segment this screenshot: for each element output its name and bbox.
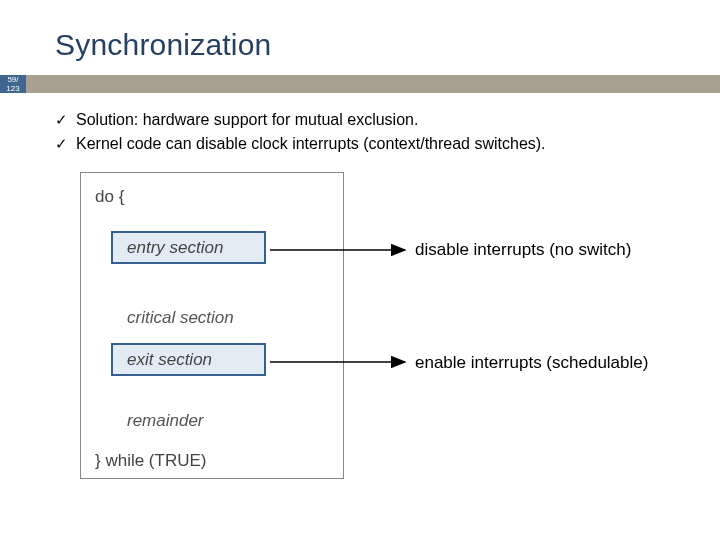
check-icon: ✓ [55, 108, 68, 132]
annotation-disable: disable interrupts (no switch) [415, 240, 631, 260]
exit-section-label: exit section [127, 350, 212, 370]
bullet-item: ✓ Kernel code can disable clock interrup… [55, 132, 695, 156]
code-diagram: do { entry section critical section exit… [80, 172, 344, 479]
bullet-text: Solution: hardware support for mutual ex… [76, 108, 418, 132]
exit-section-box: exit section [111, 343, 266, 376]
header-band [0, 75, 720, 93]
entry-section-label: entry section [127, 238, 223, 258]
do-line: do { [95, 187, 124, 207]
slide: Synchronization 59/ 123 ✓ Solution: hard… [0, 0, 720, 540]
page-number-badge: 59/ 123 [0, 75, 26, 93]
remainder-label: remainder [127, 411, 204, 431]
while-line: } while (TRUE) [95, 451, 206, 471]
bullet-text: Kernel code can disable clock interrupts… [76, 132, 546, 156]
slide-title: Synchronization [55, 28, 271, 62]
entry-section-box: entry section [111, 231, 266, 264]
bullet-list: ✓ Solution: hardware support for mutual … [55, 108, 695, 156]
critical-section-label: critical section [127, 308, 234, 328]
bullet-item: ✓ Solution: hardware support for mutual … [55, 108, 695, 132]
annotation-enable: enable interrupts (schedulable) [415, 353, 648, 373]
check-icon: ✓ [55, 132, 68, 156]
